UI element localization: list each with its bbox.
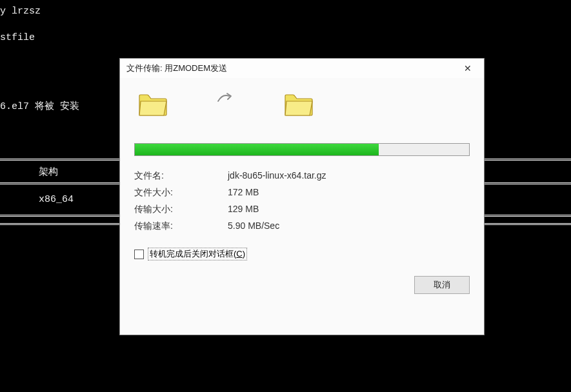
checkbox-label: 转机完成后关闭对话框(C) — [148, 248, 247, 260]
close-on-complete-option[interactable]: 转机完成后关闭对话框(C) — [134, 248, 470, 260]
cell-arch: x86_64 — [0, 194, 116, 205]
folder-icons-row — [120, 78, 484, 125]
source-folder-icon — [138, 92, 168, 119]
destination-folder-icon — [284, 92, 314, 119]
dialog-title: 文件传输: 用ZMODEM发送 — [126, 63, 227, 74]
label-filesize: 文件大小: — [134, 187, 228, 199]
file-transfer-dialog: 文件传输: 用ZMODEM发送 ✕ 文件名: j — [119, 58, 485, 335]
info-row-transfersize: 传输大小: 129 MB — [134, 201, 470, 218]
info-row-speed: 传输速率: 5.90 MB/Sec — [134, 218, 470, 235]
label-filename: 文件名: — [134, 170, 228, 182]
close-button[interactable]: ✕ — [458, 60, 477, 77]
label-transfersize: 传输大小: — [134, 204, 228, 215]
column-header-arch: 架构 — [0, 166, 116, 178]
checkbox-icon[interactable] — [134, 250, 144, 259]
info-row-filesize: 文件大小: 172 MB — [134, 184, 470, 201]
transfer-arrow-icon — [213, 88, 239, 108]
value-speed: 5.90 MB/Sec — [228, 220, 470, 232]
value-filesize: 172 MB — [228, 187, 470, 199]
transfer-info: 文件名: jdk-8u65-linux-x64.tar.gz 文件大小: 172… — [134, 168, 470, 235]
progress-bar — [134, 143, 470, 156]
value-transfersize: 129 MB — [228, 204, 470, 215]
info-row-filename: 文件名: jdk-8u65-linux-x64.tar.gz — [134, 168, 470, 184]
dialog-titlebar: 文件传输: 用ZMODEM发送 ✕ — [120, 59, 484, 78]
terminal-line: stfile — [0, 32, 571, 43]
cancel-button[interactable]: 取消 — [414, 276, 470, 294]
terminal-line: y lrzsz — [0, 6, 571, 17]
dialog-buttons: 取消 — [120, 273, 484, 297]
progress-fill — [135, 144, 379, 155]
close-icon: ✕ — [464, 63, 472, 74]
label-speed: 传输速率: — [134, 220, 228, 232]
value-filename: jdk-8u65-linux-x64.tar.gz — [228, 170, 470, 182]
